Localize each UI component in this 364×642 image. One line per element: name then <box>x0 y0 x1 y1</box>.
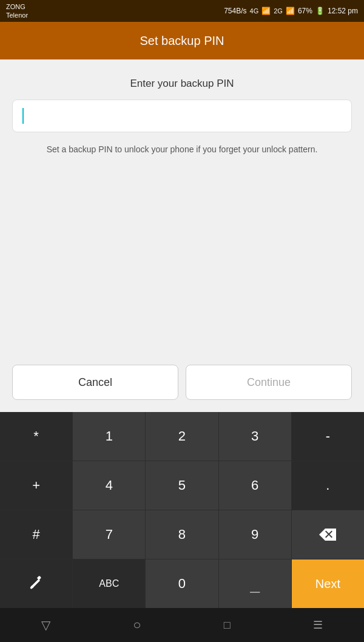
key-hash[interactable]: # <box>0 510 72 559</box>
signal-icon-4g: 📶 <box>261 7 271 15</box>
battery-level: 67% <box>298 7 312 15</box>
backspace-button[interactable] <box>292 510 364 559</box>
numeric-keyboard: * 1 2 3 - + 4 5 6 . # 7 8 9 ABC 0 _ Next <box>0 412 364 608</box>
home-button[interactable]: ○ <box>133 617 141 633</box>
key-2[interactable]: 2 <box>146 412 218 461</box>
text-cursor <box>22 108 24 124</box>
action-buttons: Cancel Continue <box>12 365 352 400</box>
pin-label: Enter your backup PIN <box>12 78 352 90</box>
key-space[interactable]: _ <box>219 559 291 608</box>
key-9[interactable]: 9 <box>219 510 291 559</box>
back-button[interactable]: ▽ <box>41 618 50 632</box>
key-period[interactable]: . <box>292 461 364 510</box>
clock: 12:52 pm <box>328 7 358 15</box>
page-title: Set backup PIN <box>140 34 224 48</box>
title-bar: Set backup PIN <box>0 22 364 59</box>
key-6[interactable]: 6 <box>219 461 291 510</box>
key-plus[interactable]: + <box>0 461 72 510</box>
key-0[interactable]: 0 <box>146 559 218 608</box>
status-bar: ZONG Telenor 754B/s 4G 📶 2G 📶 67% 🔋 12:5… <box>0 0 364 22</box>
carrier-info: ZONG Telenor <box>6 2 28 20</box>
continue-button[interactable]: Continue <box>186 365 352 400</box>
cancel-button[interactable]: Cancel <box>12 365 178 400</box>
battery-icon: 🔋 <box>315 7 325 15</box>
key-5[interactable]: 5 <box>146 461 218 510</box>
status-indicators: 754B/s 4G 📶 2G 📶 67% 🔋 12:52 pm <box>224 7 358 15</box>
network-speed: 754B/s <box>224 7 246 15</box>
menu-button[interactable]: ☰ <box>313 618 323 632</box>
key-8[interactable]: 8 <box>146 510 218 559</box>
pin-input-field[interactable] <box>12 100 352 132</box>
key-dash[interactable]: - <box>292 412 364 461</box>
next-button[interactable]: Next <box>292 559 364 608</box>
4g-indicator: 4G <box>250 7 259 15</box>
key-1[interactable]: 1 <box>73 412 145 461</box>
key-abc[interactable]: ABC <box>73 559 145 608</box>
signal-icon-2g: 📶 <box>286 7 295 15</box>
key-3[interactable]: 3 <box>219 412 291 461</box>
nav-bar: ▽ ○ □ ☰ <box>0 608 364 642</box>
2g-indicator: 2G <box>274 7 283 15</box>
key-asterisk[interactable]: * <box>0 412 72 461</box>
recents-button[interactable]: □ <box>224 619 231 632</box>
key-4[interactable]: 4 <box>73 461 145 510</box>
carrier1-label: ZONG <box>6 2 28 11</box>
carrier2-label: Telenor <box>6 11 28 19</box>
pin-hint-text: Set a backup PIN to unlock your phone if… <box>12 143 352 156</box>
main-content: Enter your backup PIN Set a backup PIN t… <box>0 59 364 412</box>
key-handwrite[interactable] <box>0 559 72 608</box>
key-7[interactable]: 7 <box>73 510 145 559</box>
